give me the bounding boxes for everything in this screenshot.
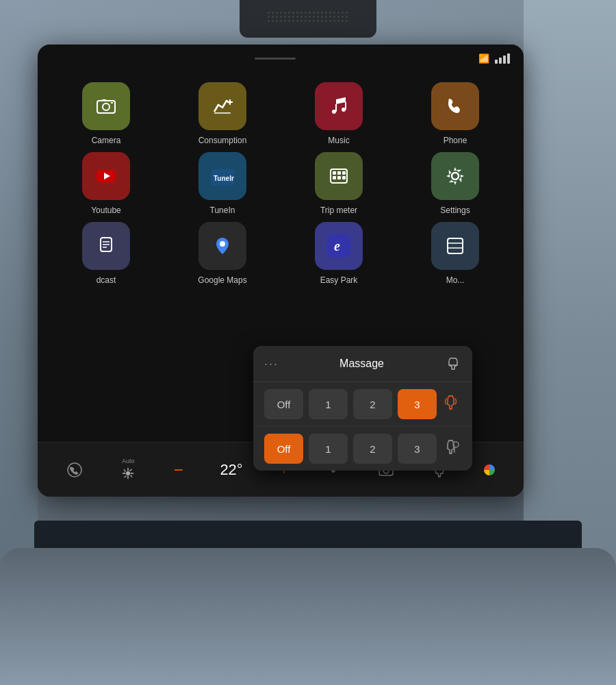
tunein-icon: TuneIn (198, 152, 246, 200)
app-more[interactable]: Mo... (400, 222, 510, 285)
svg-rect-17 (337, 171, 341, 175)
easypark-icon: e (315, 222, 363, 270)
temperature-value: 22° (220, 461, 242, 479)
massage-row1-off[interactable]: Off (264, 389, 303, 419)
temp-minus-button[interactable]: − (174, 460, 183, 480)
signal-bar-2 (499, 58, 502, 64)
svg-rect-21 (342, 176, 346, 179)
speaker-grille (240, 0, 376, 38)
consumption-icon (198, 82, 246, 130)
app-googlemaps[interactable]: Google Maps (168, 222, 277, 285)
temperature-display: 22° (220, 461, 242, 479)
massage-dots-menu[interactable]: ··· (264, 357, 279, 371)
app-podcast[interactable]: dcast (51, 222, 161, 285)
status-bar-right: 📶 (478, 53, 510, 64)
status-bar-indicator (255, 58, 296, 60)
screen-bezel: 📶 (38, 45, 524, 497)
svg-rect-19 (333, 176, 336, 179)
consumption-label: Consumption (198, 136, 247, 145)
bottom-hvac[interactable]: Auto (119, 458, 137, 482)
svg-text:e: e (334, 238, 340, 253)
auto-label: Auto (122, 458, 135, 464)
massage-row2-2[interactable]: 2 (353, 434, 392, 464)
app-tunein[interactable]: TuneIn TuneIn (168, 152, 277, 215)
googlemaps-label: Google Maps (198, 275, 246, 285)
more-label: Mo... (446, 275, 465, 285)
google-assistant-button[interactable] (484, 464, 495, 475)
app-consumption[interactable]: Consumption (168, 82, 277, 145)
app-phone[interactable]: Phone (400, 82, 510, 145)
massage-row2-1[interactable]: 1 (309, 434, 348, 464)
phone-icon (431, 82, 479, 130)
podcast-icon (82, 222, 130, 270)
youtube-icon (82, 152, 130, 200)
svg-rect-18 (342, 171, 346, 175)
phone-bottom-icon (66, 462, 83, 478)
bluetooth-icon: 📶 (478, 53, 489, 64)
svg-rect-3 (111, 102, 113, 103)
svg-point-33 (68, 463, 81, 477)
camera-icon (82, 82, 130, 130)
svg-point-1 (103, 103, 110, 110)
screen: 📶 (38, 45, 524, 497)
google-assistant-icon (484, 464, 495, 475)
massage-row-2: Off 1 2 3 (253, 427, 472, 471)
svg-text:TuneIn: TuneIn (214, 175, 234, 182)
easypark-label: Easy Park (320, 275, 358, 285)
more-icon (431, 222, 479, 270)
youtube-label: Youtube (91, 206, 121, 215)
massage-row1-2[interactable]: 2 (353, 389, 392, 419)
svg-rect-20 (337, 176, 341, 179)
svg-rect-16 (333, 171, 336, 175)
app-youtube[interactable]: Youtube (51, 152, 161, 215)
svg-point-27 (220, 241, 225, 247)
massage-row1-3[interactable]: 3 (398, 389, 437, 419)
massage-row2-icon (442, 438, 461, 460)
massage-row2-off[interactable]: Off (264, 434, 303, 464)
app-settings[interactable]: Settings (400, 152, 510, 215)
app-easypark[interactable]: e Easy Park (284, 222, 394, 285)
svg-point-10 (342, 108, 346, 112)
massage-seat-icon (445, 356, 461, 372)
signal-bar-3 (503, 55, 506, 64)
tripmeter-label: Trip meter (320, 206, 357, 215)
app-music[interactable]: Music (284, 82, 394, 145)
massage-popup: ··· Massage Off 1 2 3 (253, 346, 472, 471)
camera-label: Camera (92, 136, 121, 145)
signal-bars (495, 53, 510, 64)
settings-icon (431, 152, 479, 200)
svg-point-34 (126, 471, 130, 475)
tunein-label: TuneIn (210, 206, 235, 215)
seat-area (0, 548, 616, 685)
music-icon (315, 82, 363, 130)
tripmeter-icon (315, 152, 363, 200)
app-camera[interactable]: Camera (51, 82, 161, 145)
fan-icon (119, 464, 137, 482)
settings-label: Settings (440, 206, 470, 215)
massage-title: Massage (339, 358, 384, 370)
phone-label: Phone (444, 136, 467, 145)
massage-row1-1[interactable]: 1 (309, 389, 348, 419)
massage-row1-icon (442, 393, 461, 416)
podcast-label: dcast (97, 275, 116, 285)
svg-point-9 (332, 110, 336, 114)
massage-row2-3[interactable]: 3 (398, 434, 437, 464)
googlemaps-icon (198, 222, 246, 270)
svg-point-22 (452, 173, 459, 179)
bottom-phone[interactable] (66, 462, 83, 478)
status-bar: 📶 (38, 45, 524, 72)
svg-rect-30 (448, 238, 463, 253)
app-tripmeter[interactable]: Trip meter (284, 152, 394, 215)
music-label: Music (328, 136, 349, 145)
svg-rect-2 (102, 99, 106, 101)
massage-row-1: Off 1 2 3 (253, 382, 472, 427)
signal-bar-4 (507, 53, 510, 64)
signal-bar-1 (495, 60, 498, 64)
massage-popup-header: ··· Massage (253, 346, 472, 382)
